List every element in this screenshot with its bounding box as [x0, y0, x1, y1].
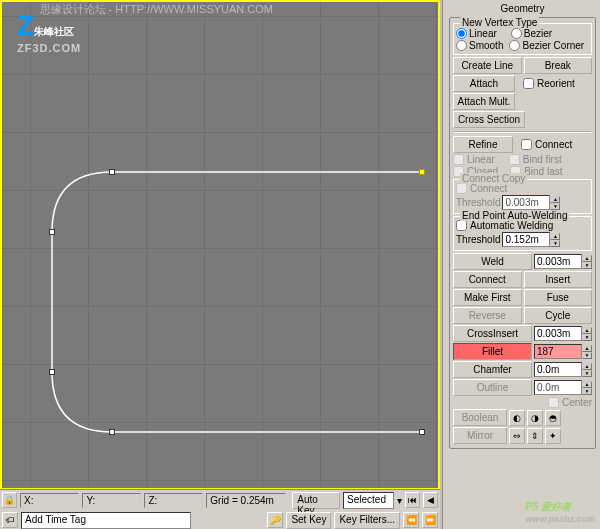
- fuse-button[interactable]: Fuse: [524, 289, 593, 306]
- cross-section-button[interactable]: Cross Section: [453, 111, 525, 128]
- vertex[interactable]: [49, 369, 55, 375]
- prev-key-icon[interactable]: ⏪: [403, 512, 419, 528]
- new-vertex-type-group: New Vertex Type Linear Bezier Smooth Bez…: [453, 23, 592, 55]
- connect-copy-checkbox[interactable]: Connect: [456, 183, 589, 194]
- connect-threshold-spinner[interactable]: ▲▼: [502, 195, 560, 210]
- bind-first-checkbox[interactable]: Bind first: [509, 154, 562, 165]
- time-tag-icon[interactable]: 🏷: [2, 512, 18, 528]
- weld-button[interactable]: Weld: [453, 253, 532, 270]
- boolean-union-icon[interactable]: ◐: [509, 410, 525, 426]
- key-filters-button[interactable]: Key Filters...: [334, 512, 400, 529]
- automatic-welding-checkbox[interactable]: Automatic Welding: [456, 220, 589, 231]
- radio-bezier[interactable]: Bezier: [511, 28, 552, 39]
- outline-button: Outline: [453, 379, 532, 396]
- fillet-spinner[interactable]: ▲▼: [534, 344, 592, 359]
- weld-spinner[interactable]: ▲▼: [534, 254, 592, 269]
- key-mode-select[interactable]: Selected: [343, 492, 394, 509]
- insert-button[interactable]: Insert: [524, 271, 593, 288]
- boolean-subtract-icon[interactable]: ◑: [527, 410, 543, 426]
- vertex[interactable]: [109, 429, 115, 435]
- watermark-bottom: PS 爱好者 www.psahz.com: [525, 496, 595, 524]
- x-coord[interactable]: X:: [20, 493, 79, 508]
- set-key-button[interactable]: Set Key: [286, 512, 331, 529]
- lock-icon[interactable]: 🔒: [2, 492, 17, 508]
- reorient-checkbox[interactable]: Reorient: [523, 78, 575, 89]
- vertex[interactable]: [419, 429, 425, 435]
- z-coord[interactable]: Z:: [144, 493, 203, 508]
- goto-start-icon[interactable]: ⏮: [405, 492, 420, 508]
- boolean-button: Boolean: [453, 409, 507, 426]
- radio-bezier-corner[interactable]: Bezier Corner: [509, 40, 584, 51]
- crossinsert-spinner[interactable]: ▲▼: [534, 326, 592, 341]
- status-bar: 🔒 X: Y: Z: Grid = 0.254m Auto Key Select…: [0, 489, 440, 529]
- mirror-button: Mirror: [453, 427, 507, 444]
- vertex[interactable]: [49, 229, 55, 235]
- outline-spinner[interactable]: ▲▼: [534, 380, 592, 395]
- boolean-intersect-icon[interactable]: ◓: [545, 410, 561, 426]
- vertex[interactable]: [109, 169, 115, 175]
- chamfer-button[interactable]: Chamfer: [453, 361, 532, 378]
- vertex-selected[interactable]: [419, 169, 425, 175]
- chamfer-spinner[interactable]: ▲▼: [534, 362, 592, 377]
- make-first-button[interactable]: Make First: [453, 289, 522, 306]
- viewport[interactable]: Z朱峰社区 ZF3D.COM 思缘设计论坛 - HTTP://WWW.MISSY…: [0, 0, 440, 490]
- fillet-button[interactable]: Fillet: [453, 343, 532, 360]
- crossinsert-button[interactable]: CrossInsert: [453, 325, 532, 342]
- create-line-button[interactable]: Create Line: [453, 57, 522, 74]
- connect-copy-group: Connect Copy Connect Threshold ▲▼: [453, 179, 592, 214]
- auto-key-button[interactable]: Auto Key: [292, 492, 340, 509]
- set-key-icon[interactable]: 🔑: [267, 512, 283, 528]
- mirror-h-icon[interactable]: ⇔: [509, 428, 525, 444]
- connect-checkbox[interactable]: Connect: [521, 139, 572, 150]
- center-checkbox[interactable]: Center: [548, 397, 592, 408]
- autoweld-threshold-spinner[interactable]: ▲▼: [502, 232, 560, 247]
- spline-shape: [2, 2, 442, 492]
- time-tag-field[interactable]: Add Time Tag: [21, 512, 191, 529]
- y-coord[interactable]: Y:: [82, 493, 141, 508]
- radio-smooth[interactable]: Smooth: [456, 40, 503, 51]
- refine-button[interactable]: Refine: [453, 136, 513, 153]
- attach-button[interactable]: Attach: [453, 75, 515, 92]
- radio-linear[interactable]: Linear: [456, 28, 497, 39]
- linear-checkbox[interactable]: Linear: [453, 154, 495, 165]
- connect-button[interactable]: Connect: [453, 271, 522, 288]
- autoweld-group: End Point Auto-Welding Automatic Welding…: [453, 216, 592, 251]
- prev-frame-icon[interactable]: ◀: [423, 492, 438, 508]
- grid-readout: Grid = 0.254m: [206, 493, 286, 508]
- reverse-button: Reverse: [453, 307, 522, 324]
- mirror-v-icon[interactable]: ⇕: [527, 428, 543, 444]
- next-key-icon[interactable]: ⏩: [422, 512, 438, 528]
- rollout-title: Geometry: [449, 2, 596, 15]
- mirror-both-icon[interactable]: ✦: [545, 428, 561, 444]
- watermark-top: 思缘设计论坛 - HTTP://WWW.MISSYUAN.COM: [40, 2, 273, 17]
- dropdown-icon[interactable]: ▾: [397, 495, 402, 506]
- command-panel: Geometry New Vertex Type Linear Bezier S…: [442, 0, 600, 529]
- cycle-button[interactable]: Cycle: [524, 307, 593, 324]
- attach-mult-button[interactable]: Attach Mult.: [453, 93, 515, 110]
- break-button[interactable]: Break: [524, 57, 593, 74]
